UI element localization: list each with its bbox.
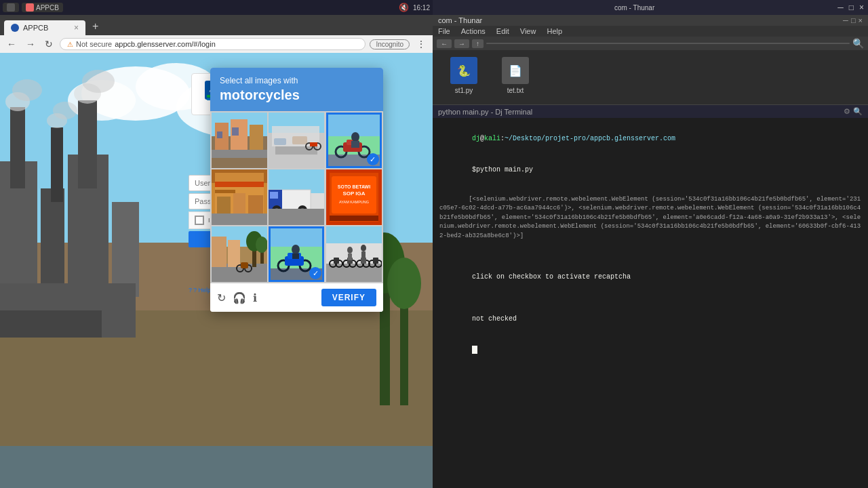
terminal-gear-icon[interactable]: ⚙ — [844, 107, 850, 116]
svg-rect-46 — [274, 138, 286, 145]
svg-rect-85 — [330, 216, 378, 221]
fm-file-py[interactable]: 🐍 st1.py — [443, 57, 484, 94]
svg-rect-12 — [112, 202, 139, 297]
maximize-icon[interactable]: □ — [849, 3, 854, 12]
terminal-command: $python main.py — [472, 166, 533, 174]
svg-point-17 — [12, 79, 42, 101]
tab-title: APPCB — [23, 24, 48, 32]
new-tab-button[interactable]: + — [87, 18, 104, 35]
terminal-prompt-path: ~/Desktop/projet-pro/appcb.glensserver.c… — [505, 135, 675, 142]
browser-tab-active[interactable]: APPCB × — [4, 20, 85, 35]
captcha-cell-5[interactable] — [269, 169, 324, 225]
address-input[interactable]: ⚠ Not secure appcb.glensserver.com/#/log… — [60, 38, 366, 50]
fm-menu-file[interactable]: File — [438, 27, 450, 35]
terminal-prompt-host: kali — [484, 135, 500, 142]
svg-rect-64 — [215, 190, 235, 193]
svg-rect-47 — [292, 136, 307, 144]
fm-path-bar[interactable] — [486, 43, 850, 44]
terminal-search-icon[interactable]: 🔍 — [853, 107, 863, 116]
svg-point-21 — [82, 70, 115, 93]
svg-rect-97 — [241, 262, 248, 268]
captcha-cell-1[interactable] — [212, 113, 267, 168]
fm-file-txt[interactable]: 📄 tet.txt — [495, 57, 536, 94]
fm-max-btn[interactable]: □ — [851, 16, 856, 24]
fm-back-btn[interactable]: ← — [437, 39, 452, 48]
captcha-cell-6[interactable]: SOTO BETAWI SOP IGA AYAM KAMPUNG — [326, 169, 382, 225]
refresh-button[interactable]: ↻ — [217, 291, 226, 304]
fm-menu-actions[interactable]: Actions — [461, 27, 486, 35]
start-icon — [7, 3, 15, 12]
tab-close-button[interactable]: × — [74, 23, 79, 33]
captcha-cell-7[interactable] — [212, 226, 267, 282]
right-panel: com - Thunar ─ □ × com - Thunar ─ □ × Fi… — [433, 0, 868, 488]
svg-rect-68 — [212, 214, 267, 225]
taskbar: APPCB 🔇 16:12 — [0, 0, 433, 15]
terminal-title: python main.py - Dj Terminal — [438, 108, 532, 116]
captcha-subject: motorcycles — [220, 87, 374, 103]
svg-rect-41 — [212, 150, 267, 158]
captcha-cell-2[interactable] — [269, 113, 324, 168]
svg-rect-125 — [361, 251, 366, 258]
minimize-icon[interactable]: ─ — [837, 3, 844, 12]
captcha-checkbox[interactable] — [195, 216, 204, 225]
fm-toolbar: ← → ↑ 🔍 — [433, 37, 868, 50]
menu-button[interactable]: ⋮ — [414, 37, 429, 51]
terminal-titlebar: python main.py - Dj Terminal ⚙ 🔍 — [433, 105, 868, 118]
file-manager: com - Thunar ─ □ × File Actions Edit Vie… — [433, 15, 868, 105]
not-secure-label: Not secure — [76, 40, 112, 48]
svg-rect-118 — [361, 258, 366, 264]
volume-icon: 🔇 — [399, 3, 409, 12]
taskbar-browser-label: APPCB — [36, 4, 59, 12]
captcha-cell-3[interactable]: ✓ — [326, 113, 382, 168]
svg-rect-66 — [233, 193, 245, 214]
terminal-panel: python main.py - Dj Terminal ⚙ 🔍 dj@kali… — [433, 105, 868, 488]
fm-menu-help[interactable]: Help — [547, 27, 562, 35]
fm-file-txt-icon: 📄 — [502, 57, 529, 84]
back-button[interactable]: ← — [4, 37, 19, 51]
info-button[interactable]: ℹ — [253, 291, 257, 304]
fm-forward-btn[interactable]: → — [454, 39, 469, 48]
verify-button[interactable]: VERIFY — [321, 289, 376, 306]
svg-rect-90 — [228, 240, 240, 267]
forward-button[interactable]: → — [23, 37, 38, 51]
reload-button[interactable]: ↻ — [42, 37, 56, 51]
svg-point-28 — [387, 258, 421, 309]
captcha-cell-8[interactable]: ✓ — [269, 226, 324, 282]
svg-rect-15 — [78, 100, 97, 188]
fm-up-btn[interactable]: ↑ — [472, 39, 484, 48]
svg-rect-123 — [348, 253, 352, 260]
taskbar-start[interactable] — [3, 3, 19, 12]
fm-search-btn[interactable]: 🔍 — [852, 38, 864, 49]
svg-rect-10 — [41, 188, 64, 297]
audio-button[interactable]: 🎧 — [233, 291, 246, 304]
svg-rect-73 — [270, 192, 278, 199]
svg-text:SOTO BETAWI: SOTO BETAWI — [337, 184, 370, 189]
svg-point-122 — [347, 247, 353, 253]
fm-min-btn[interactable]: ─ — [843, 16, 848, 24]
svg-rect-39 — [217, 131, 222, 138]
fm-menu-view[interactable]: View — [520, 27, 536, 35]
terminal-output-4 — [439, 293, 861, 303]
svg-rect-78 — [269, 209, 324, 225]
fm-close-btn[interactable]: × — [859, 16, 863, 24]
help-icon: ? — [189, 287, 192, 293]
svg-rect-38 — [250, 125, 263, 150]
terminal-command-line: $python main.py — [439, 155, 861, 185]
captcha-cell-4[interactable] — [212, 169, 267, 225]
terminal-content: dj@kali:~/Desktop/projet-pro/appcb.glens… — [433, 118, 868, 488]
browser-icon — [26, 3, 34, 12]
close-icon[interactable]: × — [859, 3, 864, 12]
taskbar-browser[interactable]: APPCB — [22, 3, 63, 12]
terminal-output-1: [<selenium.webdriver.remote.webelement.W… — [439, 186, 861, 250]
browser-chrome: APPCB × + — [0, 15, 433, 35]
captcha-cell-9[interactable] — [326, 226, 382, 282]
captcha-header: Select all images with motorcycles — [210, 68, 383, 111]
svg-rect-63 — [215, 182, 264, 187]
terminal-prompt-dj: dj — [472, 135, 480, 142]
url-text: appcb.glensserver.com/#/login — [115, 40, 216, 48]
tab-favicon — [11, 24, 19, 32]
not-secure-icon: ⚠ — [67, 41, 73, 48]
tab-bar: APPCB × + — [4, 18, 429, 35]
fm-menu-edit[interactable]: Edit — [496, 27, 509, 35]
terminal-cursor-line — [439, 335, 861, 365]
